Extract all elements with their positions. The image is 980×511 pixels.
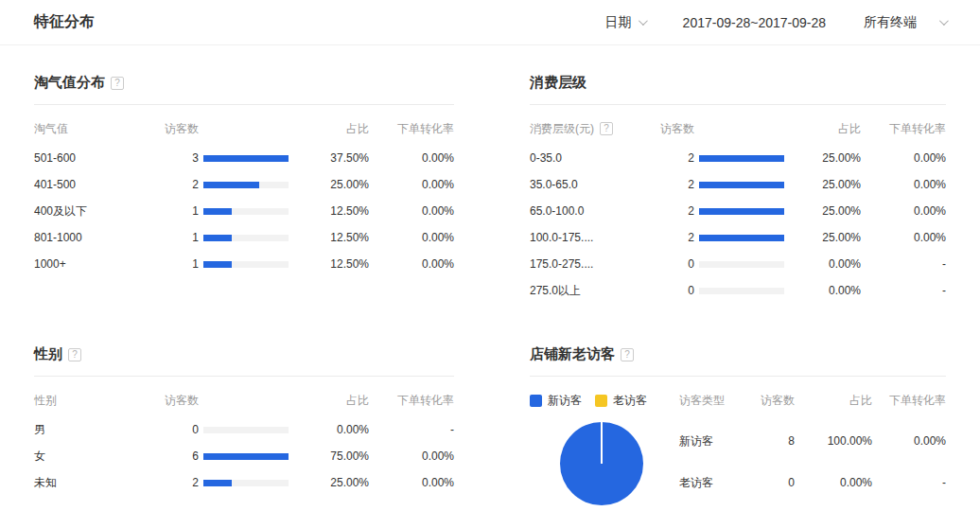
table-row: 801-1000112.50%0.00%	[34, 224, 454, 251]
conversion-value: 0.00%	[369, 178, 454, 191]
ratio-value: 25.00%	[289, 178, 369, 191]
table-row: 100.0-175....225.00%0.00%	[530, 224, 946, 251]
visitor-count: 1	[165, 204, 199, 218]
row-label: 未知	[34, 475, 165, 491]
table-row: 401-500225.00%0.00%	[34, 171, 454, 198]
ratio-value: 37.50%	[289, 151, 369, 165]
row-label: 401-500	[34, 178, 165, 191]
help-icon[interactable]	[621, 348, 634, 361]
visitor-count: 2	[165, 178, 199, 191]
date-range-picker[interactable]: 2017-09-28~2017-09-28	[683, 15, 826, 30]
panel-header: 店铺新老访客	[530, 345, 946, 377]
date-type-label: 日期	[605, 14, 632, 31]
column-header: 占比	[293, 121, 369, 137]
row-label: 801-1000	[34, 231, 165, 244]
table-body: 男00.00%-女675.00%0.00%未知225.00%0.00%	[34, 416, 454, 496]
ratio-value: 25.00%	[784, 231, 861, 244]
column-header: 访客数	[745, 393, 795, 409]
pie-legend: 新访客 老访客	[530, 393, 679, 409]
panel-consumption-level: 消费层级 消费层级(元) 访客数 占比 下单转化率 0-35.0225.00%0…	[530, 74, 946, 304]
help-icon[interactable]	[600, 122, 613, 135]
pie-chart	[560, 422, 643, 505]
visitor-count: 0	[660, 284, 694, 297]
ratio-value: 12.50%	[289, 231, 369, 244]
table-row: 男00.00%-	[34, 416, 454, 443]
bar-fill	[203, 453, 289, 460]
chevron-down-icon	[939, 16, 949, 26]
ratio-value: 0.00%	[289, 423, 369, 436]
bar-fill	[203, 480, 232, 486]
row-label: 100.0-175....	[530, 231, 660, 244]
table-row: 35.0-65.0225.00%0.00%	[530, 171, 946, 198]
table-row: 400及以下112.50%0.00%	[34, 198, 454, 224]
ratio-value: 25.00%	[784, 178, 861, 191]
panel-title: 性别	[34, 345, 62, 363]
row-label: 35.0-65.0	[530, 178, 660, 191]
legend-item-new-visitor[interactable]: 新访客	[530, 393, 582, 409]
column-header: 下单转化率	[369, 121, 454, 137]
visitor-count: 2	[660, 204, 694, 218]
help-icon[interactable]	[68, 348, 81, 361]
row-label: 501-600	[34, 151, 165, 165]
visitor-count: 1	[165, 231, 199, 244]
conversion-value: 0.00%	[872, 434, 946, 448]
bar-fill	[203, 261, 232, 268]
visitor-count: 0	[660, 257, 694, 271]
visitors-header-row: 新访客 老访客 访客类型 访客数 占比 下单转化率	[530, 392, 946, 409]
row-label: 400及以下	[34, 203, 165, 220]
date-type-dropdown[interactable]: 日期	[605, 14, 645, 31]
ratio-value: 75.00%	[289, 449, 369, 463]
row-label: 新访客	[679, 433, 745, 449]
column-header: 占比	[293, 393, 369, 409]
visitor-bar	[203, 235, 289, 241]
row-label: 175.0-275....	[530, 257, 660, 271]
bar-track	[699, 155, 784, 162]
table-header: 消费层级(元) 访客数 占比 下单转化率	[530, 120, 946, 137]
legend-label: 老访客	[613, 393, 647, 409]
visitor-count: 1	[165, 257, 199, 271]
column-header-label: 消费层级(元)	[530, 121, 594, 137]
pie-chart-area	[530, 420, 679, 505]
ratio-value: 100.00%	[795, 434, 872, 448]
bar-track	[699, 261, 784, 268]
bar-fill	[203, 235, 232, 241]
panel-taoqi-distribution: 淘气值分布 淘气值 访客数 占比 下单转化率 501-600337.50%0.0…	[34, 74, 454, 304]
bar-track	[203, 480, 289, 486]
column-header: 淘气值	[34, 121, 165, 137]
bar-track	[203, 453, 289, 460]
help-icon[interactable]	[111, 77, 124, 90]
conversion-value: 0.00%	[369, 449, 454, 463]
bar-track	[699, 208, 784, 215]
column-header: 访客数	[165, 121, 293, 137]
legend-item-old-visitor[interactable]: 老访客	[595, 393, 647, 409]
visitor-bar	[203, 453, 289, 460]
visitor-bar	[203, 155, 289, 162]
table-row: 0-35.0225.00%0.00%	[530, 145, 946, 171]
header-controls: 日期 2017-09-28~2017-09-28 所有终端	[605, 14, 946, 31]
bar-fill	[699, 208, 784, 215]
table-header: 性别 访客数 占比 下单转化率	[34, 392, 454, 409]
table-row: 1000+112.50%0.00%	[34, 251, 454, 277]
ratio-value: 0.00%	[795, 476, 872, 489]
visitor-bar	[699, 155, 784, 162]
visitor-bar	[699, 235, 784, 241]
visitor-count: 6	[165, 449, 199, 463]
visitor-count: 3	[165, 151, 199, 165]
visitor-count: 2	[660, 231, 694, 244]
conversion-value: 0.00%	[861, 151, 946, 165]
visitor-count: 0	[745, 476, 795, 489]
legend-swatch-yellow	[595, 395, 607, 407]
column-header: 消费层级(元)	[530, 121, 660, 137]
panel-new-old-visitors: 店铺新老访客 新访客 老访客 访客类型 访客数 占比 下单转化率	[530, 345, 946, 505]
conversion-value: 0.00%	[369, 204, 454, 218]
column-header: 占比	[789, 121, 861, 137]
bar-track	[203, 155, 289, 162]
bar-track	[699, 182, 784, 188]
bar-track	[203, 235, 289, 241]
terminal-dropdown[interactable]: 所有终端	[864, 14, 946, 31]
table-row: 65.0-100.0225.00%0.00%	[530, 198, 946, 224]
ratio-value: 12.50%	[289, 257, 369, 271]
bar-track	[699, 235, 784, 241]
bar-fill	[699, 235, 784, 241]
conversion-value: -	[861, 284, 946, 297]
